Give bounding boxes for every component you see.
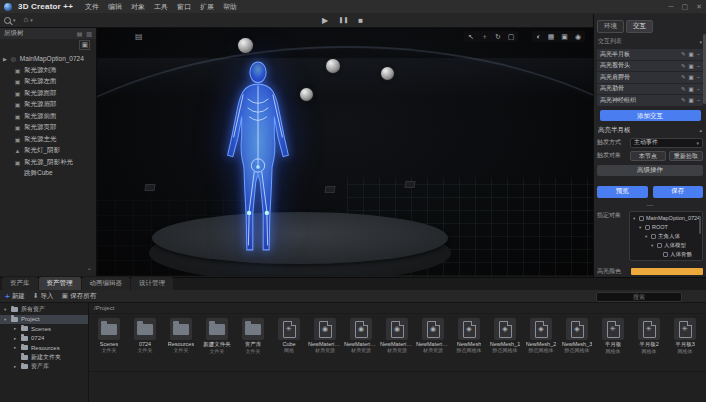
play-button[interactable]: ▶ <box>322 14 328 27</box>
repick-button[interactable]: 重新拾取 <box>669 151 703 161</box>
scene-tree-item[interactable]: ▶ ◎ MainMapOption_0724 <box>0 53 96 65</box>
asset-card[interactable]: ◈ NewMesh_1 静态网格体 <box>488 318 523 354</box>
scene-tree-item[interactable]: ▶ ▣ 聚光源面部 <box>0 88 96 100</box>
inspector-tab[interactable]: 交互 <box>626 20 653 33</box>
search-tool[interactable]: ▾ <box>4 17 16 24</box>
asset-panel-tab[interactable]: 资产库 <box>2 277 38 290</box>
save-all-button[interactable]: ▣ 保存所有 <box>62 292 97 301</box>
asset-card[interactable]: ✳ 半月板 网格体 <box>596 318 631 354</box>
menu-item[interactable]: 扩展 <box>200 2 214 12</box>
asset-tree-root[interactable]: ▾ 所有资产 <box>0 305 88 315</box>
target-self-button[interactable]: 本节点 <box>630 151 666 161</box>
asset-panel-tab[interactable]: 资产管理 <box>39 277 81 290</box>
hotspot-sphere[interactable] <box>300 88 313 101</box>
add-interaction-button[interactable]: 添加交互 <box>600 110 701 121</box>
menu-item[interactable]: 窗口 <box>177 2 191 12</box>
remove-icon[interactable]: − <box>697 97 700 103</box>
object-tree-row[interactable]: ▾ ROOT <box>631 223 701 232</box>
edit-icon[interactable]: ✎ <box>681 63 686 69</box>
checkbox[interactable] <box>639 216 644 221</box>
asset-tree-item[interactable]: ▾ Project <box>0 315 88 325</box>
expand-arrow-icon[interactable]: ▾ <box>639 225 643 230</box>
maximize-icon[interactable]: ▢ <box>682 3 689 11</box>
checkbox[interactable] <box>651 234 656 239</box>
remove-icon[interactable]: − <box>697 63 700 69</box>
remove-icon[interactable]: − <box>697 51 700 57</box>
edit-icon[interactable]: ✎ <box>681 86 686 92</box>
remove-icon[interactable]: − <box>697 74 700 80</box>
expand-arrow-icon[interactable]: ▸ <box>14 336 18 341</box>
home-tool[interactable]: ⌂ ▾ <box>24 15 33 25</box>
asset-card[interactable]: 0724 文件夹 <box>128 318 163 354</box>
save-button[interactable]: 保存 <box>653 186 704 198</box>
scene-tree-item[interactable]: ▶ ▣ 聚光源眉部 <box>0 99 96 111</box>
expand-arrow-icon[interactable]: ▾ <box>633 216 637 221</box>
asset-tree-item[interactable]: 新建文件夹 <box>0 353 88 363</box>
grid-icon[interactable]: ▦ <box>548 32 555 41</box>
edit-icon[interactable]: ✎ <box>681 51 686 57</box>
asset-card[interactable]: ✳ Cube 网格 <box>272 318 307 354</box>
expand-arrow-icon[interactable]: ▾ <box>645 234 649 239</box>
hotspot-sphere[interactable] <box>238 38 253 53</box>
asset-panel-tab[interactable]: 设计管理 <box>131 277 173 290</box>
asset-card[interactable]: ✳ 半月板3 网格体 <box>668 318 703 354</box>
expand-arrow-icon[interactable]: ▸ <box>14 345 18 350</box>
asset-card[interactable]: Scenes 文件夹 <box>92 318 127 354</box>
asset-card[interactable]: ◈ NewMesh_3 静态网格体 <box>560 318 595 354</box>
menu-item[interactable]: 工具 <box>154 2 168 12</box>
asset-tree-item[interactable]: ▸ Scenes <box>0 324 88 334</box>
checkbox[interactable] <box>645 225 650 230</box>
asset-tree-item[interactable]: ▸ 0724 <box>0 334 88 344</box>
new-asset-button[interactable]: + 新建 <box>5 292 25 301</box>
expand-arrow-icon[interactable]: ▸ <box>14 326 18 331</box>
hierarchy-filter-icon[interactable]: ▣ <box>79 40 90 50</box>
scene-tree-item[interactable]: ▶ ▣ 聚光源刘海 <box>0 65 96 77</box>
hotspot-sphere[interactable] <box>381 67 394 80</box>
asset-card[interactable]: ✳ 半月板2 网格体 <box>632 318 667 354</box>
preview-button[interactable]: 预览 <box>597 186 648 198</box>
checkbox[interactable] <box>657 243 662 248</box>
pause-button[interactable]: ❚❚ <box>338 14 348 27</box>
scene-tree-item[interactable]: ▶ ▣ 聚光源左面 <box>0 76 96 88</box>
asset-panel-tab[interactable]: 动画编辑器 <box>82 277 131 290</box>
expand-arrow-icon[interactable]: ▶ <box>3 56 7 62</box>
scene-tree-item[interactable]: ▶ ▣ 聚光源页部 <box>0 122 96 134</box>
asset-search-input[interactable] <box>596 292 682 302</box>
duplicate-icon[interactable]: ▣ <box>689 63 694 69</box>
checkbox[interactable] <box>663 252 668 257</box>
asset-card[interactable]: 资产库 文件夹 <box>236 318 271 354</box>
import-button[interactable]: ⬇ 导入 <box>33 292 54 301</box>
object-tree-row[interactable]: 人体骨骼 <box>631 250 701 259</box>
remove-icon[interactable]: − <box>697 86 700 92</box>
human-figure[interactable] <box>213 56 303 276</box>
scene-tree-item[interactable]: ▶ ▣ 聚光源主光 <box>0 134 96 146</box>
advanced-options-button[interactable]: 高级操作 <box>597 165 703 176</box>
interaction-item[interactable]: 高亮肩胛骨 ✎ ▣ − <box>597 72 703 83</box>
asset-card[interactable]: ◉ NewMaterial... 材质资源 <box>416 318 451 354</box>
chevron-up-icon[interactable]: ▴ <box>699 127 702 133</box>
camera-icon[interactable]: ▣ <box>561 32 568 41</box>
scene-tree-item[interactable]: ▶ ▲ 聚光灯_阴影 <box>0 145 96 157</box>
minimize-icon[interactable]: ─ <box>669 3 674 11</box>
inspector-tab[interactable]: 环境 <box>597 20 624 33</box>
asset-card[interactable]: ◉ NewMaterial... 材质资源 <box>308 318 343 354</box>
expand-arrow-icon[interactable]: ▾ <box>651 243 655 248</box>
select-icon[interactable]: ↖ <box>468 32 474 41</box>
move-icon[interactable]: ＋ <box>481 32 488 41</box>
asset-card[interactable]: ◉ NewMaterial... 材质资源 <box>344 318 379 354</box>
highlight-color-swatch[interactable] <box>631 268 703 275</box>
hotspot-sphere[interactable] <box>326 59 340 73</box>
chevron-down-icon[interactable]: ▾ <box>4 307 8 312</box>
visibility-icon[interactable]: ◉ <box>575 32 581 41</box>
asset-card[interactable]: Resources 文件夹 <box>164 318 199 354</box>
duplicate-icon[interactable]: ▣ <box>689 86 694 92</box>
object-tree-row[interactable]: ▾ 主角人体 <box>631 232 701 241</box>
duplicate-icon[interactable]: ▣ <box>689 51 694 57</box>
duplicate-icon[interactable]: ▣ <box>689 74 694 80</box>
edit-icon[interactable]: ✎ <box>681 74 686 80</box>
expand-arrow-icon[interactable]: ▾ <box>4 317 8 322</box>
interaction-item[interactable]: 高亮肋骨 ✎ ▣ − <box>597 84 703 95</box>
expand-arrow-icon[interactable]: ▸ <box>14 364 18 369</box>
scene-tree-item[interactable]: ▶ 跳舞Cube <box>0 168 96 180</box>
rotate-icon[interactable]: ↻ <box>495 32 501 41</box>
